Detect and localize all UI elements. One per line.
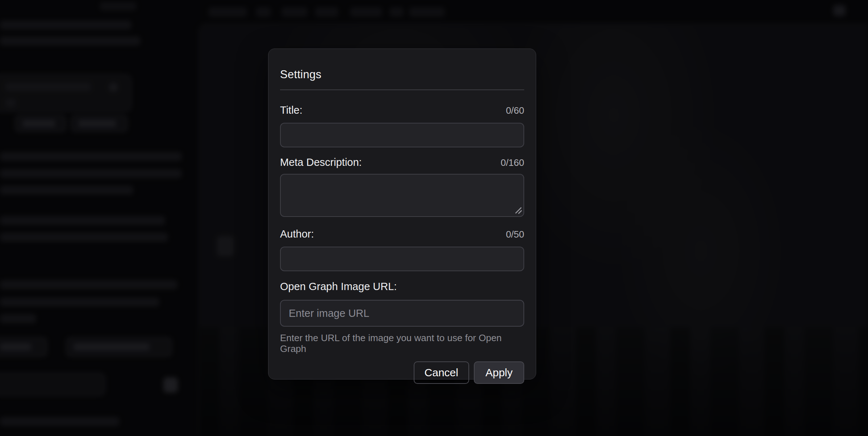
meta-description-counter: 0/160 [501,156,524,169]
title-label: Title: [280,104,302,116]
settings-modal: Settings Title: 0/60 Meta Description: 0… [268,49,536,380]
meta-description-textarea[interactable] [280,174,524,217]
app-root: Settings Title: 0/60 Meta Description: 0… [0,0,868,436]
title-counter: 0/60 [506,104,524,117]
author-input[interactable] [280,247,524,271]
title-input[interactable] [280,123,524,147]
meta-description-label: Meta Description: [280,156,362,168]
author-label: Author: [280,228,314,240]
og-image-helper-text: Enter the URL of the image you want to u… [280,332,524,354]
cancel-button[interactable]: Cancel [414,361,469,384]
divider [280,89,524,90]
apply-button[interactable]: Apply [474,361,524,384]
resize-handle-icon[interactable] [513,205,522,214]
og-image-url-label: Open Graph Image URL: [280,280,397,293]
author-counter: 0/50 [506,228,524,240]
modal-title: Settings [280,49,524,81]
og-image-url-input[interactable] [280,300,524,327]
